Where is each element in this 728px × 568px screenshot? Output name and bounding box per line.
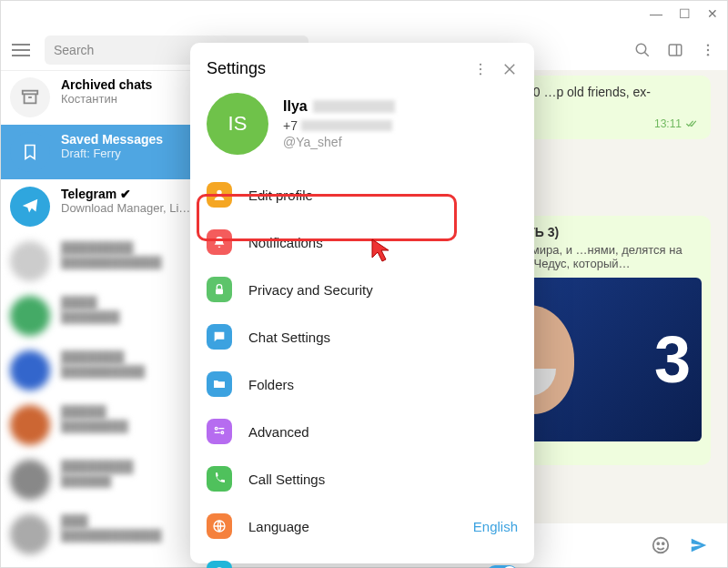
- edit-icon: [207, 182, 232, 208]
- settings-item-lang[interactable]: LanguageEnglish: [190, 502, 534, 550]
- chat-icon: [207, 324, 232, 350]
- settings-item-label: Call Settings: [248, 472, 518, 487]
- svg-point-9: [657, 543, 659, 544]
- svg-point-12: [480, 67, 481, 69]
- settings-item-label: Language: [248, 519, 473, 534]
- profile-block[interactable]: IS Ilya +7 @Ya_shef: [190, 86, 534, 171]
- svg-point-20: [221, 431, 224, 434]
- send-icon[interactable]: [689, 535, 709, 555]
- message-time: 13:11: [654, 117, 682, 130]
- close-icon[interactable]: [501, 61, 518, 77]
- svg-point-10: [662, 543, 664, 544]
- svg-rect-17: [216, 289, 223, 294]
- svg-point-11: [480, 63, 481, 65]
- emoji-icon[interactable]: [651, 535, 671, 555]
- svg-rect-7: [23, 91, 38, 95]
- svg-point-4: [707, 45, 709, 46]
- call-icon: [207, 466, 232, 492]
- minimize-icon[interactable]: —: [650, 6, 662, 21]
- more-icon[interactable]: [700, 42, 716, 58]
- adv-icon: [207, 419, 232, 444]
- settings-item-label: Edit profile: [248, 188, 518, 203]
- close-window-icon[interactable]: ✕: [707, 6, 718, 21]
- settings-item-label: Chat Settings: [248, 330, 518, 345]
- svg-point-6: [707, 54, 709, 56]
- settings-item-fold[interactable]: Folders: [190, 360, 534, 408]
- thumb-number: 3: [654, 322, 691, 397]
- settings-title: Settings: [207, 59, 460, 78]
- avatar: IS: [207, 93, 268, 155]
- scale-icon: [207, 561, 232, 568]
- settings-item-scale[interactable]: Default interface scale: [190, 550, 534, 568]
- search-icon[interactable]: [634, 42, 651, 58]
- settings-item-label: Notifications: [248, 235, 518, 250]
- archive-icon: [10, 77, 50, 117]
- app-window: — ☐ ✕ Search Archived chatsКостантин Sav…: [0, 0, 728, 568]
- settings-item-edit[interactable]: Edit profile: [190, 171, 534, 218]
- settings-item-adv[interactable]: Advanced: [190, 408, 534, 455]
- settings-item-call[interactable]: Call Settings: [190, 455, 534, 502]
- phone-prefix: +7: [283, 118, 298, 133]
- settings-item-priv[interactable]: Privacy and Security: [190, 266, 534, 313]
- settings-item-notif[interactable]: Notifications: [190, 218, 534, 266]
- svg-point-0: [636, 44, 646, 54]
- settings-item-label: Advanced: [248, 424, 518, 440]
- more-icon[interactable]: [472, 61, 489, 77]
- lang-icon: [207, 513, 232, 539]
- settings-item-label: Folders: [248, 377, 518, 392]
- menu-icon[interactable]: [12, 44, 30, 56]
- bookmark-icon: [10, 132, 50, 172]
- profile-name: Ilya: [283, 98, 308, 115]
- settings-item-label: Privacy and Security: [248, 282, 518, 298]
- svg-point-18: [215, 427, 217, 430]
- read-icon: [685, 120, 698, 127]
- settings-modal: Settings IS Ilya +7 @Ya_shef Edit profil…: [190, 43, 534, 563]
- notif-icon: [207, 229, 232, 255]
- profile-username: @Ya_shef: [283, 135, 395, 149]
- svg-point-16: [217, 190, 221, 195]
- svg-rect-2: [669, 45, 682, 56]
- redacted-name: [313, 100, 395, 113]
- redacted-phone: [301, 120, 392, 131]
- window-controls: — ☐ ✕: [650, 6, 718, 21]
- fold-icon: [207, 371, 232, 397]
- settings-item-value: English: [473, 519, 518, 534]
- priv-icon: [207, 277, 232, 302]
- svg-point-13: [480, 73, 481, 75]
- maximize-icon[interactable]: ☐: [679, 6, 691, 21]
- svg-point-5: [707, 49, 709, 51]
- panel-icon[interactable]: [667, 42, 683, 58]
- svg-line-1: [644, 52, 649, 56]
- svg-point-8: [653, 538, 669, 553]
- telegram-icon: [10, 187, 50, 227]
- settings-item-chat[interactable]: Chat Settings: [190, 313, 534, 360]
